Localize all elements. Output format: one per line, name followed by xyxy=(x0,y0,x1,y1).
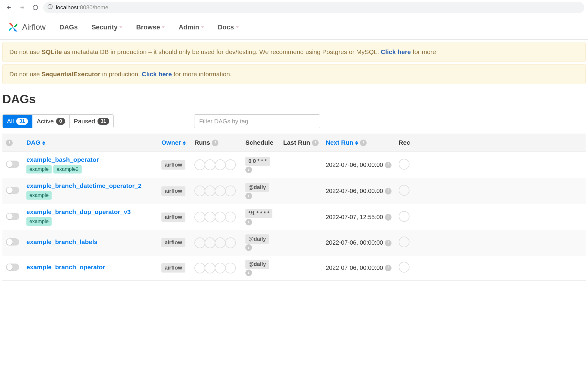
info-icon[interactable]: i xyxy=(385,162,392,168)
pause-toggle[interactable] xyxy=(6,238,19,246)
col-dag[interactable]: DAG xyxy=(23,134,158,152)
info-icon[interactable]: i xyxy=(245,219,252,225)
info-icon[interactable]: i xyxy=(6,140,13,146)
info-icon[interactable]: i xyxy=(385,240,392,246)
info-icon[interactable]: i xyxy=(245,167,252,173)
col-lastrun: Last Run i xyxy=(280,134,322,152)
info-icon[interactable]: i xyxy=(385,214,392,221)
nav-dags[interactable]: DAGs xyxy=(59,23,78,31)
nav-admin[interactable]: Admin xyxy=(178,23,204,31)
run-circle[interactable] xyxy=(225,159,236,170)
table-row: example_branch_dop_operator_v3exampleair… xyxy=(2,204,586,230)
schedule-label[interactable]: @daily xyxy=(245,183,269,192)
site-info-icon[interactable] xyxy=(47,4,53,11)
info-icon[interactable]: i xyxy=(360,140,367,146)
owner-label[interactable]: airflow xyxy=(161,263,185,273)
filter-active-button[interactable]: Active 0 xyxy=(32,115,70,128)
run-circle[interactable] xyxy=(205,185,215,196)
alert-sequential: Do not use SequentialExecutor in product… xyxy=(2,64,586,84)
run-circle[interactable] xyxy=(194,159,205,170)
filter-paused-button[interactable]: Paused 31 xyxy=(70,115,113,128)
run-circle[interactable] xyxy=(215,185,226,196)
alert-sequential-link[interactable]: Click here xyxy=(142,71,172,77)
filter-tag-input[interactable] xyxy=(194,114,320,128)
schedule-label[interactable]: @daily xyxy=(245,260,269,269)
run-circles xyxy=(194,159,238,170)
dag-link[interactable]: example_bash_operator xyxy=(26,156,154,163)
run-circle[interactable] xyxy=(194,237,205,248)
recent-task-circle[interactable] xyxy=(399,159,410,170)
schedule-label[interactable]: */1 * * * * xyxy=(245,209,272,218)
filter-paused-badge: 31 xyxy=(98,118,109,125)
nav-security[interactable]: Security xyxy=(92,23,122,31)
schedule-label[interactable]: @daily xyxy=(245,234,269,244)
info-icon[interactable]: i xyxy=(385,265,392,271)
run-circle[interactable] xyxy=(194,263,205,273)
app-logo[interactable]: Airflow xyxy=(7,21,46,33)
dag-link[interactable]: example_branch_operator xyxy=(26,264,154,271)
dag-tag[interactable]: example xyxy=(26,191,52,200)
info-icon[interactable]: i xyxy=(245,193,252,199)
dag-tag[interactable]: example2 xyxy=(53,165,82,173)
run-circle[interactable] xyxy=(225,237,236,248)
browser-reload-button[interactable] xyxy=(30,2,41,13)
nav-docs[interactable]: Docs xyxy=(218,23,239,31)
run-circle[interactable] xyxy=(205,212,215,222)
table-row: example_branch_datetime_operator_2exampl… xyxy=(2,178,586,204)
owner-label[interactable]: airflow xyxy=(161,238,185,247)
dag-link[interactable]: example_branch_datetime_operator_2 xyxy=(26,182,154,189)
run-circle[interactable] xyxy=(215,237,226,248)
dag-link[interactable]: example_branch_dop_operator_v3 xyxy=(26,208,154,216)
run-circle[interactable] xyxy=(225,263,236,273)
info-icon[interactable]: i xyxy=(212,140,218,146)
run-circle[interactable] xyxy=(194,212,205,222)
run-circle[interactable] xyxy=(205,237,215,248)
pause-toggle[interactable] xyxy=(6,161,19,168)
col-nextrun[interactable]: Next Run i xyxy=(322,134,395,152)
info-icon[interactable]: i xyxy=(245,244,252,251)
browser-forward-button[interactable] xyxy=(17,2,28,13)
owner-label[interactable]: airflow xyxy=(161,213,185,222)
alerts-container: Do not use SQLite as metadata DB in prod… xyxy=(0,40,588,84)
owner-label[interactable]: airflow xyxy=(161,186,185,196)
run-circle[interactable] xyxy=(225,212,236,222)
recent-task-circle[interactable] xyxy=(399,262,410,273)
next-run-value: 2022-07-06, 00:00:00 xyxy=(326,188,383,194)
dag-state-filter: All 31 Active 0 Paused 31 xyxy=(2,114,114,128)
last-run-cell xyxy=(280,178,322,204)
recent-task-circle[interactable] xyxy=(399,237,410,247)
run-circle[interactable] xyxy=(215,263,226,273)
run-circle[interactable] xyxy=(205,263,215,273)
filter-all-button[interactable]: All 31 xyxy=(3,115,32,128)
run-circle[interactable] xyxy=(194,185,205,196)
info-icon[interactable]: i xyxy=(385,188,392,194)
run-circle[interactable] xyxy=(205,159,215,170)
nav-browse[interactable]: Browse xyxy=(136,23,165,31)
dag-link[interactable]: example_branch_labels xyxy=(26,238,154,246)
info-icon[interactable]: i xyxy=(245,270,252,276)
sort-icon xyxy=(42,141,45,145)
svg-point-2 xyxy=(50,5,50,6)
run-circle[interactable] xyxy=(215,212,226,222)
pause-toggle[interactable] xyxy=(6,264,19,271)
owner-label[interactable]: airflow xyxy=(161,160,185,170)
schedule-label[interactable]: 0 0 * * * xyxy=(245,157,270,166)
run-circle[interactable] xyxy=(225,185,236,196)
info-icon[interactable]: i xyxy=(312,140,319,146)
pause-toggle[interactable] xyxy=(6,213,19,220)
chevron-down-icon xyxy=(119,26,122,28)
dag-tag[interactable]: example xyxy=(26,217,52,226)
recent-task-circle[interactable] xyxy=(399,185,410,196)
dag-tag[interactable]: example xyxy=(26,165,52,173)
run-circle[interactable] xyxy=(215,159,226,170)
recent-task-circle[interactable] xyxy=(399,211,410,222)
airflow-pinwheel-icon xyxy=(7,21,19,33)
col-runs: Runs i xyxy=(191,134,242,152)
browser-url-bar[interactable]: localhost:8080/home xyxy=(43,2,584,13)
next-run-value: 2022-07-06, 00:00:00 xyxy=(326,161,383,168)
browser-back-button[interactable] xyxy=(4,2,14,13)
pause-toggle[interactable] xyxy=(6,187,19,194)
chevron-down-icon xyxy=(162,26,165,28)
alert-sqlite-link[interactable]: Click here xyxy=(381,48,411,55)
col-owner[interactable]: Owner xyxy=(158,134,191,152)
